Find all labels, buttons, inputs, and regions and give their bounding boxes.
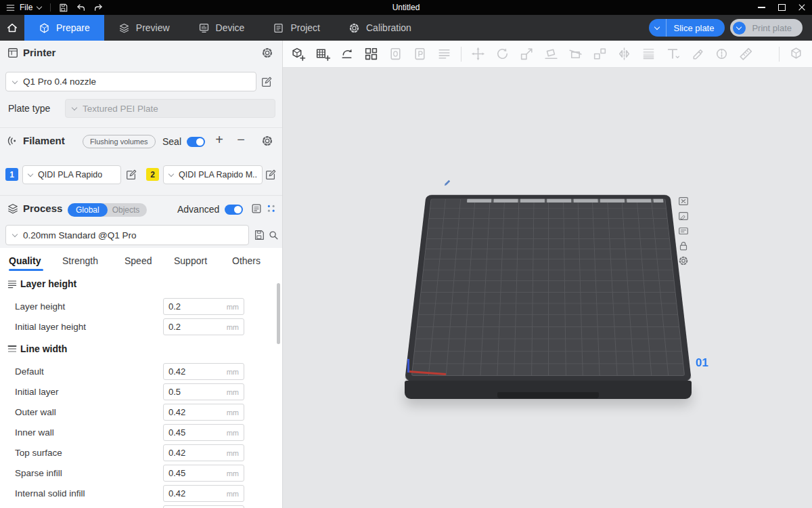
objects-table-icon[interactable] (265, 203, 277, 215)
doc-list-icon (436, 46, 452, 62)
printer-preset-dropdown[interactable]: Q1 Pro 0.4 nozzle (5, 72, 256, 91)
maximize-button[interactable] (771, 0, 792, 15)
minimize-button[interactable] (751, 0, 771, 15)
plate-type-dropdown[interactable]: Textured PEI Plate (65, 99, 275, 118)
filament-icon (7, 135, 19, 147)
plate-name-icon[interactable] (677, 225, 690, 237)
plate-rename-pencil-icon[interactable] (443, 178, 452, 187)
process-section-title: Process (23, 202, 62, 215)
param-input[interactable]: 0.45 mm (163, 424, 244, 441)
param-label: Sparse infill (15, 465, 62, 482)
plate-type-label: Plate type (8, 99, 50, 118)
plate-number-label[interactable]: 01 (696, 356, 708, 370)
filament-1-dropdown[interactable]: QIDI PLA Rapido (22, 165, 121, 184)
doc-0-icon (388, 46, 403, 62)
paint-icon (690, 46, 705, 62)
tab-project-label: Project (290, 22, 320, 33)
param-input[interactable]: 0.42 mm (163, 404, 244, 421)
plate-settings-icon[interactable] (677, 255, 690, 267)
param-label: Layer height (15, 298, 65, 315)
filament-settings-gear-icon[interactable] (261, 135, 273, 147)
scope-global-option[interactable]: Global (68, 203, 108, 217)
plate-edit-icon[interactable] (677, 210, 690, 222)
scope-objects-option[interactable]: Objects (108, 205, 148, 215)
filament-1-badge[interactable]: 1 (5, 168, 18, 181)
tab-calibration[interactable]: Calibration (334, 15, 426, 41)
tab-support[interactable]: Support (174, 254, 207, 268)
filament-1-edit-icon[interactable] (125, 169, 137, 181)
window-title: Untitled (0, 3, 812, 12)
slice-dropdown-chevron[interactable] (649, 19, 667, 37)
plate-lock-icon[interactable] (677, 240, 690, 252)
tab-speed[interactable]: Speed (125, 254, 152, 268)
slice-plate-button[interactable]: Slice plate (649, 19, 725, 37)
param-input[interactable]: 0.5 mm (163, 383, 244, 400)
filament-2-dropdown[interactable]: QIDI PLA Rapido M... (163, 165, 263, 184)
process-icon (7, 203, 19, 215)
tab-project[interactable]: Project (258, 15, 334, 41)
advanced-toggle[interactable] (225, 205, 243, 215)
viewport-toolbar (282, 41, 812, 68)
flushing-volumes-button[interactable]: Flushing volumes (83, 135, 156, 148)
redo-button[interactable] (93, 3, 104, 13)
param-unit: mm (227, 368, 239, 376)
home-button[interactable] (0, 15, 24, 41)
param-label: Default (15, 363, 44, 380)
file-menu[interactable]: File (5, 3, 43, 13)
print-plate-button[interactable]: Print plate (730, 19, 803, 37)
save-button[interactable] (58, 3, 68, 13)
plate-delete-icon[interactable] (677, 195, 690, 207)
scale-icon (519, 46, 535, 62)
filament-2-badge[interactable]: 2 (146, 168, 159, 181)
tab-device[interactable]: Device (184, 15, 259, 41)
file-menu-label: File (20, 3, 32, 12)
save-preset-icon[interactable] (253, 229, 265, 241)
add-filament-button[interactable]: + (211, 131, 227, 148)
add-plate-icon[interactable] (315, 46, 330, 62)
arrange-icon[interactable] (363, 46, 379, 62)
param-row-initial-layer-height: Initial layer height 0.2 mm (0, 318, 282, 335)
hamburger-icon (5, 3, 16, 13)
settings-sidebar: Printer Q1 Pro 0.4 nozzle Plate type Tex… (0, 41, 283, 508)
printer-edit-icon[interactable] (261, 76, 273, 88)
build-plate-grid (411, 199, 685, 376)
seal-toggle[interactable] (187, 137, 205, 147)
undo-button[interactable] (76, 3, 86, 13)
auto-orient-icon[interactable] (339, 46, 355, 62)
mirror-icon (616, 46, 632, 62)
param-value: 0.42 (168, 407, 185, 417)
process-list-icon[interactable] (250, 203, 263, 215)
param-input[interactable]: 0.2 mm (163, 318, 244, 335)
print-dropdown-chevron[interactable] (733, 22, 746, 35)
viewport-3d[interactable]: 01 (282, 68, 812, 508)
tab-quality[interactable]: Quality (9, 254, 41, 268)
search-icon[interactable] (267, 229, 279, 241)
param-input[interactable]: 0.45 mm (163, 465, 244, 482)
param-value: 0.5 (168, 387, 181, 397)
minimize-icon (758, 7, 765, 8)
build-plate-surface[interactable] (405, 195, 692, 381)
param-input-partial[interactable] (163, 505, 244, 508)
section-divider (0, 127, 282, 128)
tab-preview[interactable]: Preview (104, 15, 184, 41)
param-input[interactable]: 0.42 mm (163, 485, 244, 502)
tab-strength[interactable]: Strength (62, 254, 98, 268)
tab-others[interactable]: Others (232, 254, 261, 268)
tab-prepare[interactable]: Prepare (24, 15, 104, 41)
param-input[interactable]: 0.42 mm (163, 363, 244, 380)
param-unit: mm (227, 469, 239, 478)
plate-handle-notch (497, 392, 599, 398)
measure-icon (738, 46, 754, 62)
param-input[interactable]: 0.42 mm (163, 444, 244, 461)
close-button[interactable] (792, 0, 812, 15)
remove-filament-button[interactable]: − (233, 131, 249, 148)
build-plate[interactable] (405, 137, 692, 381)
process-preset-dropdown[interactable]: 0.20mm Standard @Q1 Pro (5, 225, 249, 245)
add-object-icon[interactable] (290, 46, 306, 62)
param-row-initial-layer: Initial layer 0.5 mm (0, 383, 282, 400)
sidebar-scrollbar[interactable] (277, 283, 280, 344)
filament-2-edit-icon[interactable] (265, 169, 277, 181)
printer-settings-gear-icon[interactable] (261, 47, 273, 59)
process-scope-switch[interactable]: Global Objects (68, 203, 147, 217)
param-input[interactable]: 0.2 mm (163, 298, 244, 315)
